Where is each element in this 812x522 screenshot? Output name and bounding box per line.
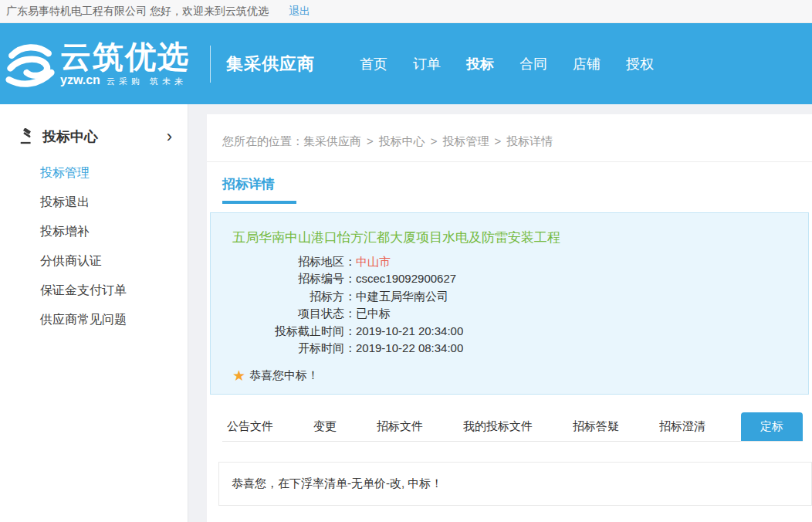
document-tab[interactable]: 我的投标文件 <box>458 412 537 441</box>
document-tab[interactable]: 公告文件 <box>222 412 278 441</box>
logout-link[interactable]: 退出 <box>289 5 310 19</box>
field-value: 2019-10-21 20:34:00 <box>356 323 463 340</box>
sidebar-title: 投标中心 <box>42 127 98 146</box>
sidebar-item[interactable]: 分供商认证 <box>40 246 188 276</box>
nav-item[interactable]: 合同 <box>519 55 547 73</box>
field-value: 中山市 <box>356 253 391 270</box>
nav-item[interactable]: 投标 <box>466 55 494 73</box>
portal-name: 集采供应商 <box>226 53 315 76</box>
breadcrumb: 您所在的位置：集采供应商>投标中心>投标管理>投标详情 <box>207 114 812 149</box>
sidebar-item[interactable]: 保证金支付订单 <box>40 276 188 305</box>
logo-slogan: 云采购 筑未来 <box>107 76 187 87</box>
divider <box>207 161 812 162</box>
breadcrumb-link[interactable]: 集采供应商 <box>303 134 361 147</box>
result-message: 恭喜您，在下浮率清单-无单价-改, 中标！ <box>232 476 442 490</box>
breadcrumb-separator: > <box>431 134 438 147</box>
result-message-box: 恭喜您，在下浮率清单-无单价-改, 中标！ <box>218 462 812 506</box>
nav-item[interactable]: 首页 <box>360 55 387 73</box>
field-value: 已中标 <box>356 305 391 322</box>
topbar: 广东易事特机电工程有限公司 您好，欢迎来到云筑优选 退出 <box>0 0 812 23</box>
sidebar-item[interactable]: 投标增补 <box>40 217 188 246</box>
top-nav: 首页 订单 投标 合同 店铺 授权 <box>360 55 654 73</box>
breadcrumb-prefix: 您所在的位置： <box>222 134 303 147</box>
tab-bid-detail[interactable]: 招标详情 <box>222 175 296 204</box>
project-field-row: 项目状态： 已中标 <box>232 305 787 322</box>
document-tab[interactable]: 招标答疑 <box>568 412 624 441</box>
logo[interactable]: 云筑优选 yzw.cn 云采购 筑未来 <box>0 40 190 87</box>
field-label: 开标时间： <box>232 340 356 357</box>
project-field-row: 投标截止时间： 2019-10-21 20:34:00 <box>232 323 787 340</box>
sidebar-item[interactable]: 投标退出 <box>40 188 188 217</box>
field-label: 招标编号： <box>232 270 356 287</box>
document-tab[interactable]: 定标 <box>741 412 803 441</box>
project-fields: 招标地区： 中山市 招标编号： cscec19092900627 招标方： 中建… <box>232 253 787 357</box>
nav-item[interactable]: 店铺 <box>573 55 601 73</box>
logo-title: 云筑优选 <box>60 40 190 73</box>
breadcrumb-items: 集采供应商>投标中心>投标管理>投标详情 <box>303 134 563 147</box>
header-divider <box>210 46 211 83</box>
main-header: 云筑优选 yzw.cn 云采购 筑未来 集采供应商 首页 订单 投标 合同 店铺… <box>0 23 812 104</box>
field-label: 招标方： <box>232 288 356 305</box>
sidebar-item[interactable]: 供应商常见问题 <box>40 305 188 334</box>
nav-item[interactable]: 授权 <box>626 55 654 73</box>
nav-item[interactable]: 订单 <box>413 55 441 73</box>
breadcrumb-link[interactable]: 投标详情 <box>506 134 553 147</box>
field-label: 项目状态： <box>232 305 356 322</box>
project-field-row: 开标时间： 2019-10-22 08:34:00 <box>232 340 787 357</box>
congrats-row: ★ 恭喜您中标！ <box>232 368 787 383</box>
project-field-row: 招标地区： 中山市 <box>232 253 787 270</box>
sidebar: 投标中心 › 投标管理 投标退出 投标增补 分供商认证 保证金支付订单 供应商常… <box>0 104 188 522</box>
document-tab[interactable]: 招标澄清 <box>655 412 710 441</box>
yzw-cloud-logo-icon <box>5 41 56 87</box>
document-tab[interactable]: 变更 <box>309 412 341 441</box>
gavel-icon <box>19 128 36 145</box>
field-label: 投标截止时间： <box>232 323 356 340</box>
project-field-row: 招标方： 中建五局华南公司 <box>232 288 787 305</box>
breadcrumb-separator: > <box>367 134 374 147</box>
sidebar-menu: 投标管理 投标退出 投标增补 分供商认证 保证金支付订单 供应商常见问题 <box>0 158 188 334</box>
content-panel: 您所在的位置：集采供应商>投标中心>投标管理>投标详情 招标详情 五局华南中山港… <box>207 114 812 522</box>
chevron-right-icon[interactable]: › <box>167 128 172 145</box>
field-value: 中建五局华南公司 <box>356 288 448 305</box>
document-tabs: 公告文件 变更 招标文件 我的投标文件 招标答疑 招标澄清 定标 <box>222 412 803 442</box>
breadcrumb-link[interactable]: 投标管理 <box>443 134 489 147</box>
congrats-text: 恭喜您中标！ <box>249 368 319 383</box>
sidebar-item[interactable]: 投标管理 <box>40 158 188 188</box>
document-tab[interactable]: 招标文件 <box>372 412 428 441</box>
project-info-box: 五局华南中山港口怡方汇都大厦项目水电及防雷安装工程 招标地区： 中山市 招标编号… <box>210 212 809 395</box>
field-value: 2019-10-22 08:34:00 <box>356 340 463 357</box>
field-label: 招标地区： <box>232 253 356 270</box>
breadcrumb-link[interactable]: 投标中心 <box>379 134 425 147</box>
breadcrumb-separator: > <box>495 134 502 147</box>
welcome-text: 广东易事特机电工程有限公司 您好，欢迎来到云筑优选 <box>6 5 269 19</box>
logo-domain: yzw.cn <box>60 73 100 87</box>
project-field-row: 招标编号： cscec19092900627 <box>232 270 787 287</box>
sidebar-header-bid-center[interactable]: 投标中心 › <box>0 104 188 151</box>
star-icon: ★ <box>232 368 245 383</box>
project-title[interactable]: 五局华南中山港口怡方汇都大厦项目水电及防雷安装工程 <box>232 229 787 246</box>
field-value: cscec19092900627 <box>356 270 456 287</box>
